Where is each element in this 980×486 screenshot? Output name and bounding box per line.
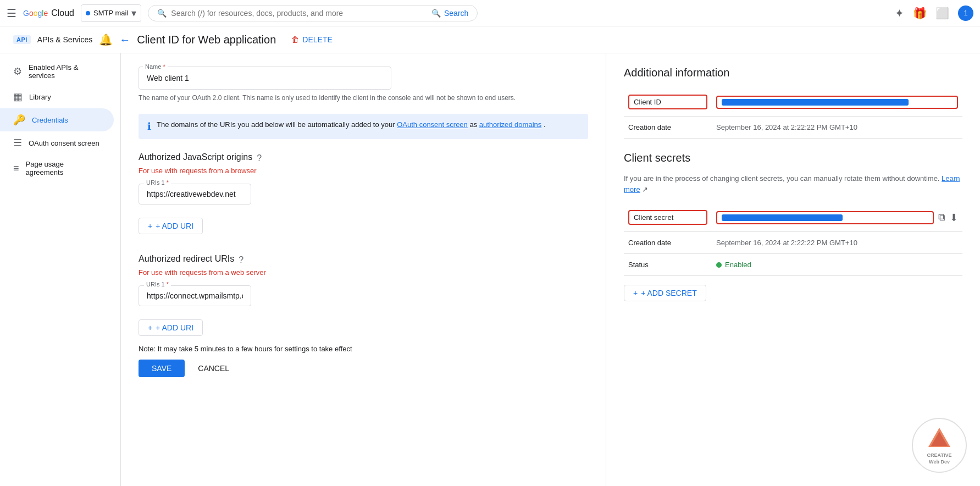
back-button[interactable]: ← [119,34,130,46]
status-label: Status [624,254,712,276]
bell-icon[interactable]: 🔔 [99,33,113,46]
js-origins-help-icon[interactable]: ? [257,153,262,163]
redirect-title: Authorized redirect URIs [139,254,234,264]
info-box: ℹ The domains of the URIs you add below … [139,114,588,139]
sidebar-item-label: Library [29,93,51,101]
client-secrets-title: Client secrets [624,152,962,164]
redirect-uri-label: URIs 1 * [144,281,171,288]
delete-icon: 🗑 [291,35,299,44]
google-cloud-logo[interactable]: Google Cloud [23,8,74,18]
additional-info-table: Client ID Creation date September 16, 20… [624,88,962,139]
name-label: Name * [143,63,168,70]
grid-icon: ▦ [13,91,23,103]
hamburger-icon[interactable]: ☰ [7,7,16,20]
account-number: 1 [964,9,967,17]
cloud-text: Cloud [51,8,74,18]
sidebar-item-label: Enabled APIs & services [29,63,101,80]
main-layout: ⚙ Enabled APIs & services ▦ Library 🔑 Cr… [0,53,980,486]
watermark-text: CREATIVEWeb Dev [927,452,952,465]
authorized-domains-link[interactable]: authorized domains [479,120,541,129]
add-secret-icon: + [633,289,638,297]
chevron-down-icon: ▾ [131,7,136,19]
name-field-group: Name * The name of your OAuth 2.0 client… [139,67,588,103]
action-buttons: SAVE CANCEL [139,360,588,377]
redirect-uri-input[interactable] [139,285,251,306]
sidebar-item-label: OAuth consent screen [29,139,99,147]
client-secret-value-row: ⧉ ⬇ [716,211,958,224]
account-circle[interactable]: 1 [958,5,973,21]
js-uri-label: URIs 1 * [144,179,171,186]
download-icon: ⬇ [950,212,958,224]
sidebar-item-oauth-consent[interactable]: ☰ OAuth consent screen [0,131,114,154]
copy-secret-button[interactable]: ⧉ [938,212,945,223]
client-id-value-box [716,96,958,109]
add-secret-label: + ADD SECRET [641,289,697,297]
name-helper-text: The name of your OAuth 2.0 client. This … [139,93,588,103]
sidebar-item-enabled-apis[interactable]: ⚙ Enabled APIs & services [0,58,114,85]
add-uri-js-icon: + [148,222,152,230]
add-uri-redirect-button[interactable]: + + ADD URI [139,319,203,336]
sidebar: ⚙ Enabled APIs & services ▦ Library 🔑 Cr… [0,53,121,486]
search-icon: 🔍 [431,9,441,18]
info-icon: ℹ [147,120,151,132]
delete-label: DELETE [302,35,332,44]
cancel-button[interactable]: CANCEL [193,360,234,377]
watermark: CREATIVEWeb Dev [912,418,967,473]
gem-icon[interactable]: ✦ [895,7,904,20]
doc-icon: ≡ [13,163,19,174]
creation-date-value: September 16, 2024 at 2:22:22 PM GMT+10 [712,117,962,139]
js-uri-wrapper: URIs 1 * [139,184,251,205]
info-text-start: The domains of the URIs you add below wi… [157,120,397,129]
client-secret-row: Client secret ⧉ [624,203,962,232]
sidebar-item-credentials[interactable]: 🔑 Credentials [0,108,114,131]
client-id-label: Client ID [634,98,661,106]
status-text: Enabled [725,261,751,269]
client-id-highlighted-box: Client ID [628,95,707,109]
creation-date-label: Creation date [624,117,712,139]
js-origins-section: Authorized JavaScript origins ? For use … [139,152,588,234]
js-origins-subtitle: For use with requests from a browser [139,167,588,175]
redirect-uris-section: Authorized redirect URIs ? For use with … [139,254,588,336]
js-uri-input[interactable] [139,184,251,205]
project-selector[interactable]: SMTP mail ▾ [81,4,141,22]
name-input[interactable] [139,67,391,90]
page-title: Client ID for Web application [137,34,276,46]
search-label: Search [444,9,468,18]
gear-icon: ⚙ [13,65,22,78]
search-button[interactable]: 🔍 Search [431,9,468,18]
client-secrets-section: Client secrets If you are in the process… [624,152,962,301]
api-badge: API [13,35,31,44]
add-secret-button[interactable]: + + ADD SECRET [624,285,706,301]
name-input-wrapper: Name * [139,67,588,90]
copy-icon: ⧉ [938,212,945,223]
note-text: Note: It may take 5 minutes to a few hou… [139,345,588,353]
client-secret-bar [722,214,843,221]
save-button[interactable]: SAVE [139,360,185,377]
add-uri-js-label: + ADD URI [156,222,193,230]
list-icon: ☰ [13,137,22,149]
download-secret-button[interactable]: ⬇ [950,212,958,224]
sidebar-item-page-usage[interactable]: ≡ Page usage agreements [0,154,114,182]
client-id-bar [722,99,909,106]
oauth-consent-link[interactable]: OAuth consent screen [397,120,468,129]
client-secret-value-box [716,211,934,224]
redirect-uri-wrapper: URIs 1 * [139,285,251,306]
status-value: Enabled [716,261,958,269]
add-uri-js-button[interactable]: + + ADD URI [139,218,203,234]
search-input[interactable] [171,9,427,18]
right-panel: Additional information Client ID [606,53,980,486]
watermark-logo [926,425,953,452]
info-as: as [469,120,479,129]
sidebar-item-library[interactable]: ▦ Library [0,85,114,108]
redirect-help-icon[interactable]: ? [239,255,243,265]
additional-info-title: Additional information [624,67,962,79]
search-magnifier-icon: 🔍 [157,9,167,18]
creation-date-row: Creation date September 16, 2024 at 2:22… [624,117,962,139]
project-name: SMTP mail [93,9,128,17]
client-id-row: Client ID [624,88,962,117]
redirect-subtitle: For use with requests from a web server [139,268,588,277]
terminal-icon[interactable]: ⬜ [935,7,949,20]
delete-button[interactable]: 🗑 DELETE [291,35,332,44]
gift-icon[interactable]: 🎁 [913,7,927,20]
sidebar-item-label: Credentials [32,116,68,124]
